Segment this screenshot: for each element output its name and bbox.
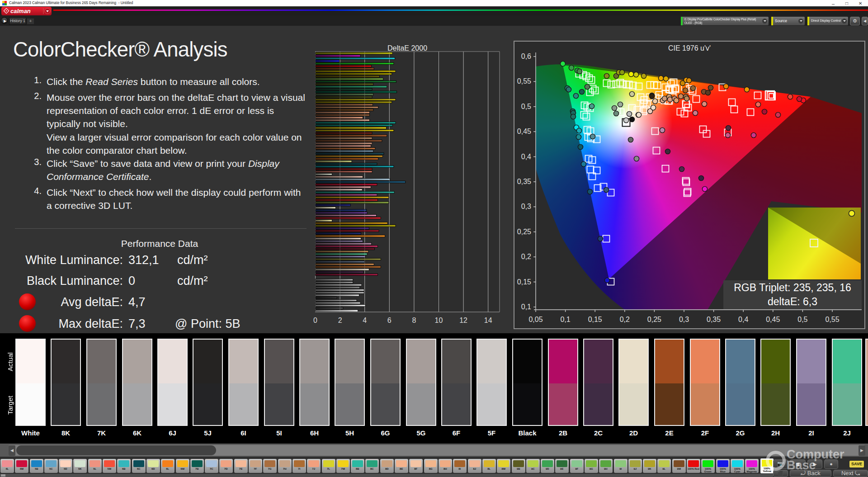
svg-text:0,4: 0,4: [521, 153, 531, 161]
svg-text:0,2: 0,2: [620, 316, 630, 323]
svg-text:0,15: 0,15: [517, 278, 531, 286]
svg-text:0,25: 0,25: [647, 316, 661, 323]
svg-text:0,15: 0,15: [588, 316, 602, 323]
svg-text:0,1: 0,1: [560, 316, 570, 323]
svg-text:0,5: 0,5: [521, 103, 531, 110]
svg-text:0,55: 0,55: [517, 77, 531, 85]
svg-text:0,05: 0,05: [528, 316, 542, 323]
svg-text:0,45: 0,45: [766, 316, 780, 323]
svg-text:0,1: 0,1: [521, 303, 531, 311]
svg-text:0,45: 0,45: [517, 128, 531, 135]
svg-text:0,3: 0,3: [679, 316, 689, 323]
svg-text:0,3: 0,3: [521, 203, 531, 210]
svg-text:0,35: 0,35: [517, 178, 531, 185]
svg-text:0,4: 0,4: [738, 316, 748, 323]
svg-text:0,2: 0,2: [521, 253, 531, 260]
svg-text:0,55: 0,55: [825, 316, 839, 323]
svg-text:0,25: 0,25: [517, 228, 531, 236]
svg-text:0,35: 0,35: [707, 316, 721, 323]
svg-text:0,5: 0,5: [797, 316, 807, 323]
svg-text:0,6: 0,6: [521, 52, 531, 60]
